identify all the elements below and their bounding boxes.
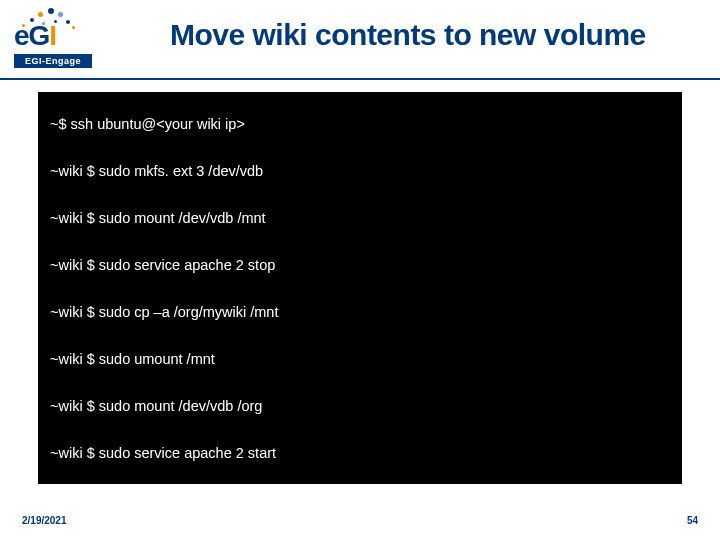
dot-icon <box>48 8 54 14</box>
terminal-line: ~$ ssh ubuntu@<your wiki ip> <box>50 116 670 132</box>
dot-icon <box>38 12 43 17</box>
logo-engage-label: EGI-Engage <box>14 54 92 68</box>
header-bar: eGI EGI-Engage Move wiki contents to new… <box>0 0 720 80</box>
footer-page-number: 54 <box>687 515 698 526</box>
dot-icon <box>66 20 70 24</box>
terminal-line: ~wiki $ sudo service apache 2 stop <box>50 257 670 273</box>
dot-icon <box>72 26 75 29</box>
slide-title: Move wiki contents to new volume <box>170 18 700 52</box>
footer-date: 2/19/2021 <box>22 515 67 526</box>
terminal-line: ~wiki $ sudo mkfs. ext 3 /dev/vdb <box>50 163 670 179</box>
slide: eGI EGI-Engage Move wiki contents to new… <box>0 0 720 540</box>
terminal-line: ~wiki $ sudo umount /mnt <box>50 351 670 367</box>
logo: eGI EGI-Engage <box>8 6 98 74</box>
terminal-line: ~wiki $ sudo mount /dev/vdb /org <box>50 398 670 414</box>
terminal-block: ~$ ssh ubuntu@<your wiki ip> ~wiki $ sud… <box>38 92 682 484</box>
terminal-line: ~wiki $ sudo mount /dev/vdb /mnt <box>50 210 670 226</box>
logo-text: eGI <box>14 20 56 52</box>
footer: 2/19/2021 54 <box>0 500 720 540</box>
terminal-line: ~wiki $ sudo service apache 2 start <box>50 445 670 461</box>
dot-icon <box>58 12 63 17</box>
terminal-line: ~wiki $ sudo cp –a /org/mywiki /mnt <box>50 304 670 320</box>
